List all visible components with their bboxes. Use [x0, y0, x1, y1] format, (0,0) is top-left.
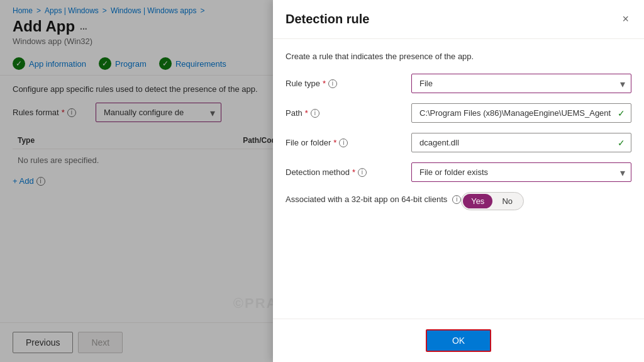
- path-required: *: [305, 108, 308, 118]
- detection-method-info-icon[interactable]: i: [358, 168, 367, 177]
- file-or-folder-check-icon: ✓: [618, 138, 625, 148]
- ok-button[interactable]: OK: [426, 329, 491, 352]
- path-input[interactable]: [411, 103, 631, 123]
- panel-title: Detection rule: [286, 12, 369, 26]
- file-or-folder-required: *: [333, 138, 336, 147]
- detection-rule-panel: Detection rule × Create a rule that indi…: [273, 0, 644, 362]
- path-info-icon[interactable]: i: [311, 109, 319, 118]
- rule-type-label: Rule type * i: [286, 79, 411, 88]
- detection-method-row: Detection method * i File or folder exis…: [286, 162, 631, 182]
- panel-footer: OK: [273, 319, 644, 362]
- rule-type-required: *: [323, 79, 326, 88]
- toggle-no[interactable]: No: [492, 194, 522, 208]
- associated-32bit-info-icon[interactable]: i: [452, 195, 461, 204]
- panel-close-button[interactable]: ×: [619, 10, 631, 28]
- detection-method-input-wrap: File or folder exists ▾: [411, 162, 631, 182]
- panel-header: Detection rule ×: [273, 0, 644, 39]
- path-check-icon: ✓: [618, 108, 625, 118]
- file-or-folder-row: File or folder * i ✓: [286, 133, 631, 152]
- associated-32bit-toggle[interactable]: Yes No: [461, 192, 524, 210]
- rule-type-row: Rule type * i File ▾: [286, 74, 631, 93]
- file-or-folder-info-icon[interactable]: i: [339, 139, 348, 147]
- toggle-yes[interactable]: Yes: [463, 194, 492, 208]
- rule-type-info-icon[interactable]: i: [328, 79, 337, 88]
- panel-body: Create a rule that indicates the presenc…: [273, 39, 644, 319]
- path-label: Path * i: [286, 108, 411, 118]
- main-page: Home > Apps | Windows > Windows | Window…: [0, 0, 644, 362]
- path-row: Path * i ✓: [286, 103, 631, 123]
- associated-32bit-row: Associated with a 32-bit app on 64-bit c…: [286, 192, 631, 210]
- detection-method-label: Detection method * i: [286, 167, 411, 177]
- panel-description: Create a rule that indicates the presenc…: [286, 52, 631, 61]
- file-or-folder-label: File or folder * i: [286, 138, 411, 147]
- file-or-folder-input[interactable]: [411, 133, 631, 152]
- file-or-folder-input-wrap: ✓: [411, 133, 631, 152]
- rule-type-input-wrap: File ▾: [411, 74, 631, 93]
- associated-32bit-label: Associated with a 32-bit app on 64-bit c…: [286, 192, 461, 204]
- detection-method-dropdown[interactable]: File or folder exists: [411, 162, 631, 182]
- path-input-wrap: ✓: [411, 103, 631, 123]
- rule-type-dropdown[interactable]: File: [411, 74, 631, 93]
- detection-method-required: *: [352, 167, 355, 177]
